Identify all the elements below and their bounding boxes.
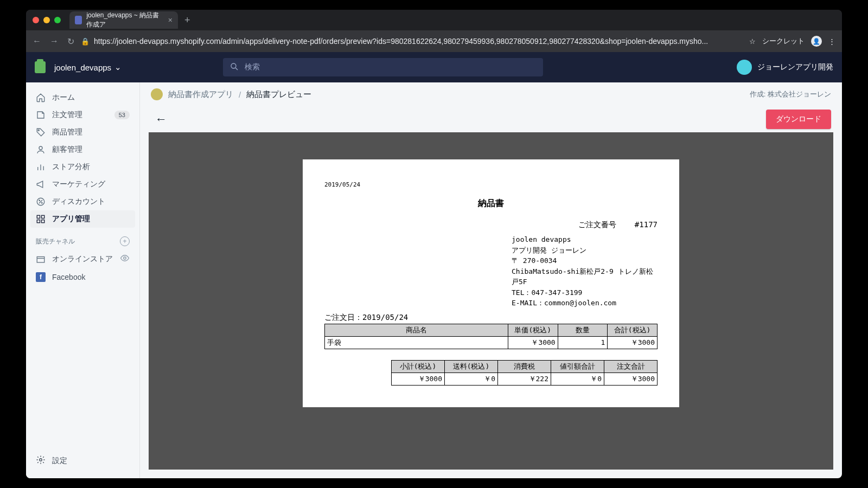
megaphone-icon (36, 179, 46, 189)
chevron-down-icon: ⌄ (114, 62, 122, 72)
browser-titlebar: joolen_devapps ~ 納品書作成ア × + (26, 10, 842, 30)
tab-favicon (75, 16, 82, 24)
sidebar-item-home[interactable]: ホーム (30, 89, 135, 106)
minimize-window-button[interactable] (43, 17, 50, 23)
sidebar-item-products[interactable]: 商品管理 (30, 124, 135, 141)
table-row: 手袋 ￥3000 1 ￥3000 (325, 336, 658, 349)
search-icon (229, 62, 239, 73)
channel-label: Facebook (52, 273, 85, 281)
sidebar-item-label: マーケティング (52, 179, 105, 189)
sidebar-settings[interactable]: 設定 (30, 450, 135, 472)
doc-print-date: 2019/05/24 (324, 181, 658, 188)
channel-label: オンラインストア (52, 254, 113, 264)
breadcrumb: 納品書作成アプリ / 納品書プレビュー 作成: 株式会社ジョーレン (140, 82, 842, 106)
svg-rect-14 (42, 220, 44, 223)
breadcrumb-separator: / (239, 90, 241, 99)
forward-icon[interactable]: → (50, 36, 59, 47)
breadcrumb-app[interactable]: 納品書作成アプリ (168, 89, 233, 100)
shopify-logo-icon (35, 61, 46, 73)
menu-icon[interactable]: ⋮ (828, 37, 835, 46)
back-button[interactable]: ← (151, 110, 171, 129)
lock-icon: 🔒 (81, 37, 90, 46)
new-tab-button[interactable]: + (184, 15, 190, 26)
app-credit: 作成: 株式会社ジョーレン (750, 89, 831, 99)
col-qty: 数量 (558, 324, 608, 336)
user-name: ジョーレンアプリ開発 (757, 62, 833, 72)
tag-icon (36, 127, 46, 137)
download-button[interactable]: ダウンロード (766, 110, 831, 129)
user-menu[interactable]: ジョーレンアプリ開発 (737, 60, 833, 75)
doc-order-number: ご注文番号 #1177 (324, 220, 658, 230)
col-tax: 消費税 (498, 360, 551, 373)
sidebar-item-discounts[interactable]: ディスカウント (30, 193, 135, 210)
sidebar-item-label: 商品管理 (52, 127, 82, 137)
doc-order-date: ご注文日：2019/05/24 (324, 313, 658, 323)
facebook-icon: f (36, 272, 46, 282)
svg-point-2 (38, 130, 39, 131)
window-controls (33, 17, 61, 23)
doc-company-info: joolen devapps アプリ開発 ジョーレン 〒 270-0034 Ch… (512, 234, 658, 309)
app-topbar: joolen_devapps ⌄ 検索 ジョーレンアプリ開発 (26, 52, 842, 82)
back-icon[interactable]: ← (33, 36, 41, 47)
orders-icon (36, 110, 46, 120)
col-total: 合計(税込) (608, 324, 658, 336)
doc-title: 納品書 (324, 198, 658, 209)
svg-point-9 (39, 200, 40, 201)
sidebar-item-marketing[interactable]: マーケティング (30, 176, 135, 193)
search-input[interactable]: 検索 (223, 58, 543, 76)
svg-rect-15 (37, 256, 44, 262)
channel-facebook[interactable]: f Facebook (30, 268, 135, 286)
tab-title: joolen_devapps ~ 納品書作成ア (86, 11, 163, 29)
shop-switcher[interactable]: joolen_devapps ⌄ (54, 62, 122, 72)
svg-line-1 (235, 68, 238, 70)
col-product-name: 商品名 (325, 324, 508, 336)
browser-tab[interactable]: joolen_devapps ~ 納品書作成ア × (69, 11, 178, 29)
breadcrumb-page: 納品書プレビュー (246, 89, 311, 100)
eye-icon[interactable] (120, 253, 130, 265)
sidebar: ホーム 注文管理 53 商品管理 顧客管理 ストア分析 (26, 82, 140, 478)
close-tab-icon[interactable]: × (168, 16, 173, 24)
col-ordertotal: 注文合計 (604, 360, 658, 373)
sidebar-item-apps[interactable]: アプリ管理 (30, 210, 135, 228)
url-text: https://joolen-devapps.myshopify.com/adm… (94, 37, 708, 46)
document-preview-area[interactable]: 2019/05/24 納品書 ご注文番号 #1177 joolen devapp… (149, 132, 833, 470)
sidebar-item-label: ホーム (52, 93, 75, 102)
svg-rect-13 (37, 220, 40, 223)
page-toolbar: ← ダウンロード (140, 106, 842, 132)
sidebar-item-analytics[interactable]: ストア分析 (30, 158, 135, 176)
app-icon (151, 88, 163, 100)
incognito-icon[interactable]: 👤 (811, 36, 822, 47)
gear-icon (36, 455, 46, 466)
summary-table: 小計(税込) 送料(税込) 消費税 値引額合計 注文合計 ￥3000 ￥0 ￥2… (391, 360, 658, 386)
shop-name: joolen_devapps (54, 63, 111, 72)
search-placeholder: 検索 (245, 62, 260, 72)
add-channel-button[interactable]: + (120, 236, 130, 246)
sidebar-item-label: アプリ管理 (52, 214, 90, 224)
maximize-window-button[interactable] (54, 17, 61, 23)
svg-rect-11 (37, 215, 40, 218)
items-table: 商品名 単価(税込) 数量 合計(税込) 手袋 ￥3000 1 ￥3000 (324, 324, 658, 349)
svg-point-10 (42, 203, 43, 204)
sidebar-item-label: 注文管理 (52, 110, 82, 120)
sidebar-item-customers[interactable]: 顧客管理 (30, 141, 135, 158)
close-window-button[interactable] (33, 17, 39, 23)
apps-icon (36, 214, 46, 224)
url-field[interactable]: 🔒 https://joolen-devapps.myshopify.com/a… (81, 37, 743, 46)
col-discount: 値引額合計 (551, 360, 604, 373)
user-icon (36, 145, 46, 155)
channel-online-store[interactable]: オンラインストア (30, 249, 135, 268)
home-icon (36, 93, 46, 102)
table-row: ￥3000 ￥0 ￥222 ￥0 ￥3000 (392, 373, 658, 385)
analytics-icon (36, 162, 46, 172)
discount-icon (36, 197, 46, 207)
reload-icon[interactable]: ↻ (67, 36, 74, 47)
star-icon[interactable]: ☆ (749, 37, 756, 46)
channels-section-label: 販売チャネル + (30, 228, 135, 249)
incognito-label: シークレット (762, 36, 805, 46)
store-icon (36, 254, 46, 264)
sidebar-item-label: ディスカウント (52, 197, 105, 207)
svg-point-18 (40, 459, 42, 461)
svg-point-0 (231, 63, 236, 68)
sidebar-item-orders[interactable]: 注文管理 53 (30, 106, 135, 124)
svg-point-3 (39, 146, 42, 150)
